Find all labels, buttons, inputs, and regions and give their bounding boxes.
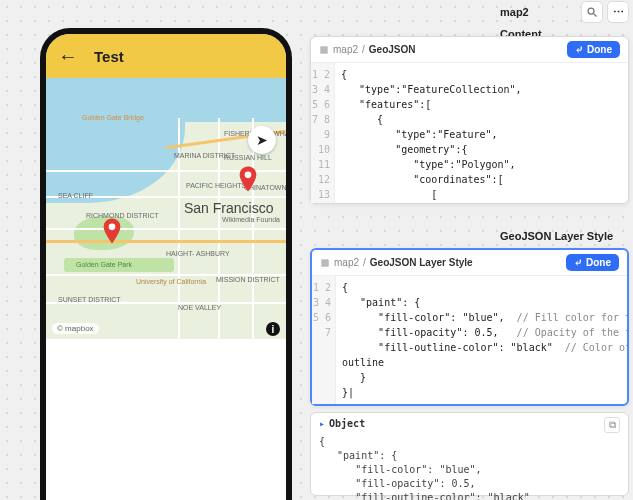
svg-point-1 — [245, 172, 252, 179]
map-info-icon[interactable]: i — [266, 322, 280, 336]
map-pin-icon[interactable] — [238, 166, 258, 192]
line-gutter: 1 2 3 4 5 6 7 8 9 10 11 12 13 14 — [311, 63, 335, 203]
code-editor[interactable]: { "paint": { "fill-color": "blue", // Fi… — [336, 276, 627, 404]
map-pin-icon[interactable] — [102, 218, 122, 244]
navigation-arrow-icon: ➤ — [256, 132, 268, 148]
map-label: SEA CLIFF — [58, 192, 93, 199]
svg-point-2 — [588, 8, 594, 14]
done-button[interactable]: ⤶ Done — [566, 254, 619, 271]
code-panel-layer-style: map2 / GeoJSON Layer Style ⤶ Done 1 2 3 … — [310, 248, 629, 406]
breadcrumb-parent[interactable]: map2 — [334, 257, 359, 268]
breadcrumb-self: GeoJSON — [369, 44, 416, 55]
copy-icon[interactable]: ⧉ — [604, 417, 620, 433]
inspector-title: map2 — [500, 6, 529, 18]
back-icon[interactable]: ← — [58, 45, 78, 68]
output-body: { "paint": { "fill-color": "blue", "fill… — [319, 435, 620, 500]
map-label: RICHMOND DISTRICT — [86, 212, 159, 219]
blank-area — [46, 338, 286, 500]
map-label: Golden Gate Park — [76, 261, 132, 268]
breadcrumb-parent[interactable]: map2 — [333, 44, 358, 55]
map-label: Wikimedia Founda — [222, 216, 280, 223]
return-icon: ⤶ — [574, 257, 582, 268]
svg-rect-4 — [320, 46, 328, 54]
search-icon[interactable] — [581, 1, 603, 23]
done-label: Done — [587, 44, 612, 55]
svg-line-3 — [594, 14, 597, 17]
svg-point-0 — [109, 224, 116, 231]
map-label: HAIGHT- ASHBURY — [166, 250, 230, 257]
app-title: Test — [94, 48, 124, 65]
line-gutter: 1 2 3 4 5 6 7 — [312, 276, 336, 404]
map-label: NOE VALLEY — [178, 304, 221, 311]
map-attribution: © mapbox — [52, 323, 99, 334]
done-button[interactable]: ⤶ Done — [567, 41, 620, 58]
code-panel-geojson: map2 / GeoJSON ⤶ Done 1 2 3 4 5 6 7 8 9 … — [310, 36, 629, 204]
more-icon[interactable]: ⋯ — [607, 1, 629, 23]
code-editor[interactable]: { "type":"FeatureCollection", "features"… — [335, 63, 628, 203]
inspector-header: map2 ⋯ — [500, 0, 629, 24]
breadcrumb[interactable]: map2 / GeoJSON — [319, 44, 415, 55]
map-label: SUNSET DISTRICT — [58, 296, 121, 303]
map-view[interactable]: Golden Gate Bridge FISHERMAN'S WHARF MAR… — [46, 78, 286, 338]
app-header: ← Test — [46, 34, 286, 78]
section-label-style: GeoJSON Layer Style — [500, 230, 613, 242]
breadcrumb[interactable]: map2 / GeoJSON Layer Style — [320, 257, 473, 268]
device-preview: ← Test Golden Gate Bridge FISHERMAN'S WH… — [40, 28, 292, 500]
map-label: MISSION DISTRICT — [216, 276, 280, 283]
map-city-label: San Francisco — [184, 200, 273, 216]
return-icon: ⤶ — [575, 44, 583, 55]
done-label: Done — [586, 257, 611, 268]
map-label: Golden Gate Bridge — [82, 114, 144, 121]
output-type: Object — [329, 417, 365, 433]
breadcrumb-self: GeoJSON Layer Style — [370, 257, 473, 268]
locate-me-button[interactable]: ➤ — [248, 126, 276, 154]
svg-rect-5 — [321, 259, 329, 267]
map-label: University of California — [136, 278, 206, 285]
output-panel: ▸ Object ⧉ { "paint": { "fill-color": "b… — [310, 412, 629, 496]
disclosure-triangle-icon[interactable]: ▸ — [319, 417, 325, 433]
map-label: RUSSIAN HILL — [224, 154, 272, 161]
